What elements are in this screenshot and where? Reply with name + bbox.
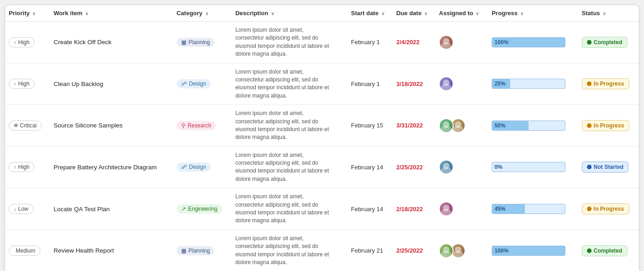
work-item-sort-icon[interactable]: ∨ [85,11,88,16]
table-row: ↑ High Clean Up Backlog ☍ Design Lorem i… [5,63,639,105]
priority-label: High [18,39,30,46]
start-date-column-header[interactable]: Start date ∨ [347,5,393,22]
avatar [439,160,454,174]
start-date-sort-icon[interactable]: ∨ [381,11,385,16]
status-badge: Completed [582,37,627,48]
status-badge: In Progress [582,120,629,131]
priority-label: Low [18,206,29,212]
priority-label: High [18,164,30,170]
description-text: Lorem ipsum dolor sit amet, consectetur … [236,68,332,100]
assigned-to-cell [435,22,488,63]
status-cell: In Progress [578,63,639,105]
priority-icon: ↑ [14,40,17,45]
start-date-text: February 14 [351,206,383,213]
category-sort-icon[interactable]: ∨ [205,11,208,16]
status-column-header[interactable]: Status ∨ [578,5,639,22]
progress-label: 25% [494,81,506,87]
priority-icon: ⊗ [14,122,18,128]
description-column-header[interactable]: Description ∨ [232,5,347,22]
category-column-header[interactable]: Category ∨ [173,5,232,22]
assigned-to-cell [435,105,488,147]
status-dot-icon [587,248,592,253]
category-label: Planning [189,39,210,46]
category-cell: ⚲ Research [173,105,232,147]
status-label: Completed [594,248,622,254]
status-cell: Completed [578,22,639,63]
status-dot-icon [587,81,592,86]
avatar-face [440,202,453,215]
table-row: ↑ High Create Kick Off Deck ▦ Planning L… [5,22,639,63]
progress-bar-container: 25% [492,79,565,89]
priority-cell: ↑ High [5,22,50,63]
progress-column-header[interactable]: Progress ∨ [488,5,578,22]
avatar [439,76,454,91]
priority-badge: ↑ High [9,79,34,89]
work-item-name: Create Kick Off Deck [53,39,111,46]
priority-sort-icon[interactable]: ∨ [32,11,35,16]
avatar-face [440,161,453,173]
status-cell: In Progress [578,188,639,230]
avatar [439,243,454,258]
status-sort-icon[interactable]: ∨ [603,11,606,16]
category-badge: ☍ Design [177,79,211,88]
status-label: In Progress [594,206,624,212]
avatar-group [439,202,484,216]
progress-cell: 25% [488,63,578,105]
progress-label: 50% [494,122,506,129]
description-text: Lorem ipsum dolor sit amet, consectetur … [236,26,332,58]
category-icon: ▦ [181,248,186,254]
due-date-cell: 3/31/2022 [392,105,435,147]
description-cell: Lorem ipsum dolor sit amet, consectetur … [232,105,347,147]
category-label: Engineering [188,206,218,212]
assigned-to-sort-icon[interactable]: ∨ [476,11,479,16]
progress-cell: 100% [488,22,578,63]
avatar-group [439,243,484,258]
priority-icon: ↓ [14,206,17,212]
progress-sort-icon[interactable]: ∨ [520,11,523,16]
status-cell: Completed [578,230,639,271]
assigned-to-cell [435,188,488,230]
due-date-column-header[interactable]: Due date ∨ [392,5,435,22]
assigned-to-cell [435,146,488,188]
due-date-text: 2/18/2022 [396,206,423,213]
assigned-to-cell [435,63,488,105]
status-label: In Progress [594,122,624,129]
assigned-to-column-header[interactable]: Assigned to ∨ [435,5,488,22]
category-label: Design [189,81,206,87]
progress-bar-container: 45% [492,204,565,214]
progress-bar-container: 100% [492,246,565,256]
due-date-text: 3/18/2022 [396,81,423,87]
start-date-cell: February 14 [347,188,393,230]
due-date-cell: 2/25/2022 [392,230,435,271]
assigned-to-cell [435,230,488,271]
work-item-cell: Clean Up Backlog [50,63,172,105]
table-header-row: Priority ∨ Work item ∨ Category ∨ Descri… [5,5,639,22]
progress-label: 100% [494,248,509,254]
priority-cell: Medium [5,230,50,271]
category-icon: ↗ [181,206,186,212]
table-row: ↓ Low Locate QA Test Plan ↗ Engineering … [5,188,639,230]
work-item-column-header[interactable]: Work item ∨ [50,5,172,22]
avatar-face [452,244,465,257]
avatar-face [440,119,453,132]
description-sort-icon[interactable]: ∨ [271,11,274,16]
start-date-text: February 21 [351,247,383,254]
avatar-group [439,118,484,133]
status-dot-icon [587,165,592,169]
category-label: Design [189,164,206,170]
priority-badge: Medium [9,246,40,256]
progress-cell: 0% [488,146,578,188]
due-date-sort-icon[interactable]: ∨ [424,11,427,16]
due-date-text: 2/4/2022 [396,39,420,46]
work-items-table: Priority ∨ Work item ∨ Category ∨ Descri… [5,5,639,271]
start-date-cell: February 14 [347,146,393,188]
due-date-cell: 2/18/2022 [392,188,435,230]
priority-column-header[interactable]: Priority ∨ [5,5,50,22]
start-date-cell: February 1 [347,22,393,63]
category-badge: ⚲ Research [177,121,216,130]
status-label: In Progress [594,81,624,87]
category-badge: ▦ Planning [177,246,215,255]
category-icon: ☍ [181,81,187,87]
progress-bar-container: 100% [492,37,565,47]
work-item-cell: Prepare Battery Architecture Diagram [50,146,172,188]
